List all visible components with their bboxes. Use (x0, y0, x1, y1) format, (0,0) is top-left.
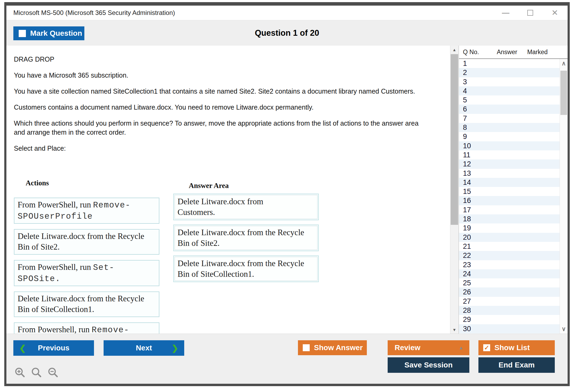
question-list-row[interactable]: 30 (459, 324, 560, 333)
question-list-row[interactable]: 27 (459, 297, 560, 306)
action-item[interactable]: From PowerShell, run Set-SPOSite. (14, 260, 159, 286)
column-header-marked: Marked (523, 49, 552, 56)
end-exam-button[interactable]: End Exam (478, 357, 555, 373)
list-scroll-down-icon[interactable]: ∨ (560, 325, 568, 333)
answer-text: Delete Litware.docx from Customers. (178, 197, 263, 217)
action-text: Delete Litware.docx from the Recycle Bin… (18, 231, 144, 251)
answer-slot[interactable]: Delete Litware.docx from the Recycle Bin… (173, 225, 319, 251)
question-list-row[interactable]: 20 (459, 233, 560, 242)
question-list-row[interactable]: 22 (459, 251, 560, 260)
question-list-row[interactable]: 24 (459, 269, 560, 278)
question-counter: Question 1 of 20 (6, 20, 568, 46)
action-item[interactable]: Delete Litware.docx from the Recycle Bin… (14, 229, 159, 255)
maximize-icon[interactable] (525, 8, 535, 18)
question-paragraph: You have a Microsoft 365 subscription. (14, 71, 430, 80)
question-list-row[interactable]: 13 (459, 169, 560, 178)
question-paragraph: You have a site collection named SiteCol… (14, 87, 430, 96)
mark-question-checkbox[interactable] (19, 30, 26, 37)
question-list-row[interactable]: 14 (459, 178, 560, 187)
question-number: 25 (463, 279, 471, 287)
select-and-place-label: Select and Place: (14, 144, 430, 153)
minimize-icon[interactable]: — (501, 8, 510, 18)
question-list-row[interactable]: 8 (459, 123, 560, 132)
show-list-button[interactable]: ✓ Show List (478, 340, 555, 355)
question-list-row[interactable]: 5 (459, 95, 560, 105)
footer-bar: ❮ Previous Next ❯ Show Answer Review ▲ ✓… (6, 334, 568, 384)
window-title: Microsoft MS-500 (Microsoft 365 Security… (13, 9, 175, 17)
show-answer-button[interactable]: Show Answer (298, 340, 367, 355)
question-list-row[interactable]: 19 (459, 223, 560, 233)
question-number: 10 (463, 142, 471, 150)
question-number: 14 (463, 178, 471, 186)
question-list-body: 1234567891011121314151617181920212223242… (459, 59, 568, 334)
answer-slot-inner: Delete Litware.docx from Customers. (175, 195, 317, 219)
answer-boxes: Delete Litware.docx from Customers. Dele… (173, 194, 319, 282)
close-icon[interactable]: ✕ (550, 8, 560, 18)
question-list-row[interactable]: 2 (459, 68, 560, 77)
zoom-toolbar (14, 366, 59, 379)
column-header-qno: Q No. (459, 49, 491, 56)
review-button[interactable]: Review ▲ (388, 340, 469, 355)
question-number: 24 (463, 270, 471, 278)
action-item[interactable]: Delete Litware.docx from the Recycle Bin… (14, 291, 159, 317)
save-session-label: Save Session (404, 361, 453, 369)
question-list-row[interactable]: 12 (459, 159, 560, 169)
question-list-row[interactable]: 23 (459, 260, 560, 269)
question-list-row[interactable]: 29 (459, 315, 560, 324)
question-scrollbar[interactable]: ▲ ▼ (450, 46, 459, 334)
zoom-in-icon[interactable] (14, 366, 26, 379)
action-item[interactable]: From Powershell, run Remove- (14, 322, 159, 334)
question-scrollbar-thumb[interactable] (451, 54, 458, 225)
answer-slot[interactable]: Delete Litware.docx from the Recycle Bin… (173, 255, 319, 282)
scroll-up-icon[interactable]: ▲ (450, 46, 458, 54)
save-session-button[interactable]: Save Session (388, 357, 469, 373)
question-list-panel: Q No. Answer Marked 12345678910111213141… (459, 46, 568, 334)
mark-question-button[interactable]: Mark Question (13, 26, 84, 40)
question-number: 3 (463, 78, 467, 86)
next-button[interactable]: Next ❯ (104, 340, 184, 356)
question-list-row[interactable]: 3 (459, 77, 560, 86)
zoom-out-icon[interactable] (47, 366, 59, 379)
action-code-text: Remove- (92, 325, 129, 334)
question-number: 29 (463, 315, 471, 323)
question-list-row[interactable]: 21 (459, 242, 560, 251)
question-number: 1 (463, 59, 467, 67)
answer-area-title: Answer Area (189, 182, 319, 190)
answer-slot-inner: Delete Litware.docx from the Recycle Bin… (175, 257, 317, 281)
action-text: Delete Litware.docx from the Recycle Bin… (18, 294, 144, 314)
question-paragraph: Which three actions should you perform i… (14, 119, 430, 137)
check-icon: ✓ (484, 345, 489, 351)
question-list-scrollbar-thumb[interactable] (560, 71, 567, 115)
magnifier-icon[interactable] (30, 366, 43, 379)
question-list-row[interactable]: 11 (459, 150, 560, 159)
question-list-row[interactable]: 9 (459, 132, 560, 141)
actions-title: Actions (26, 179, 159, 187)
question-list-row[interactable]: 17 (459, 205, 560, 214)
question-list-scrollbar[interactable]: ∧ ∨ (560, 59, 568, 334)
show-answer-checkbox[interactable] (303, 344, 310, 351)
action-item[interactable]: From PowerShell, run Remove-SPOUserProfi… (14, 198, 159, 224)
answer-slot[interactable]: Delete Litware.docx from Customers. (173, 194, 319, 220)
question-list-row[interactable]: 18 (459, 214, 560, 223)
main-area: DRAG DROP You have a Microsoft 365 subsc… (6, 46, 568, 334)
question-list-row[interactable]: 4 (459, 86, 560, 95)
question-list-row[interactable]: 15 (459, 187, 560, 196)
list-scroll-up-icon[interactable]: ∧ (560, 59, 568, 67)
question-list: 1234567891011121314151617181920212223242… (459, 59, 560, 334)
question-list-row[interactable]: 25 (459, 278, 560, 287)
previous-button[interactable]: ❮ Previous (13, 340, 94, 356)
question-list-row[interactable]: 28 (459, 306, 560, 315)
question-list-row[interactable]: 16 (459, 196, 560, 205)
question-list-row[interactable]: 1 (459, 59, 560, 68)
question-paragraph: Customers contains a document named Litw… (14, 103, 430, 112)
show-list-checkbox[interactable]: ✓ (483, 344, 490, 351)
triangle-up-icon: ▲ (459, 345, 463, 351)
question-list-header: Q No. Answer Marked (459, 46, 568, 59)
question-list-row[interactable]: 26 (459, 287, 560, 297)
question-list-row[interactable]: 7 (459, 114, 560, 123)
question-number: 13 (463, 169, 471, 177)
question-panel: DRAG DROP You have a Microsoft 365 subsc… (6, 46, 450, 334)
question-list-row[interactable]: 6 (459, 105, 560, 114)
scroll-down-icon[interactable]: ▼ (450, 326, 458, 334)
question-list-row[interactable]: 10 (459, 141, 560, 150)
